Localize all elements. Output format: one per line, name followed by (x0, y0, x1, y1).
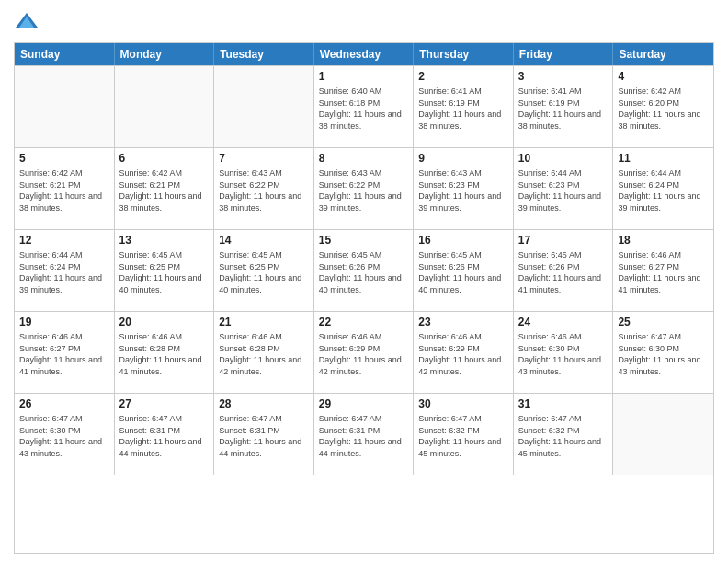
calendar-row-0: 1Sunrise: 6:40 AMSunset: 6:18 PMDaylight… (15, 65, 713, 147)
weekday-header-friday: Friday (514, 43, 614, 65)
day-number: 9 (418, 152, 508, 165)
calendar-cell: 1Sunrise: 6:40 AMSunset: 6:18 PMDaylight… (314, 66, 415, 147)
day-info: Sunrise: 6:43 AMSunset: 6:22 PMDaylight:… (319, 167, 409, 213)
calendar-cell: 27Sunrise: 6:47 AMSunset: 6:31 PMDayligh… (115, 394, 215, 475)
calendar-cell: 19Sunrise: 6:46 AMSunset: 6:27 PMDayligh… (15, 312, 115, 393)
calendar-cell: 3Sunrise: 6:41 AMSunset: 6:19 PMDaylight… (514, 66, 614, 147)
calendar-body: 1Sunrise: 6:40 AMSunset: 6:18 PMDaylight… (15, 65, 713, 475)
day-number: 6 (119, 152, 210, 165)
day-info: Sunrise: 6:47 AMSunset: 6:30 PMDaylight:… (19, 413, 109, 459)
calendar-cell: 25Sunrise: 6:47 AMSunset: 6:30 PMDayligh… (613, 312, 713, 393)
day-info: Sunrise: 6:46 AMSunset: 6:29 PMDaylight:… (319, 331, 409, 377)
day-info: Sunrise: 6:46 AMSunset: 6:30 PMDaylight:… (518, 331, 609, 377)
weekday-header-sunday: Sunday (15, 43, 115, 65)
calendar-cell: 14Sunrise: 6:45 AMSunset: 6:25 PMDayligh… (214, 230, 314, 311)
calendar-cell: 21Sunrise: 6:46 AMSunset: 6:28 PMDayligh… (214, 312, 314, 393)
calendar-row-4: 26Sunrise: 6:47 AMSunset: 6:30 PMDayligh… (15, 393, 713, 475)
calendar-cell: 18Sunrise: 6:46 AMSunset: 6:27 PMDayligh… (613, 230, 713, 311)
day-info: Sunrise: 6:42 AMSunset: 6:20 PMDaylight:… (618, 86, 709, 132)
calendar-cell: 15Sunrise: 6:45 AMSunset: 6:26 PMDayligh… (314, 230, 415, 311)
day-info: Sunrise: 6:46 AMSunset: 6:27 PMDaylight:… (19, 331, 109, 377)
calendar-row-2: 12Sunrise: 6:44 AMSunset: 6:24 PMDayligh… (15, 229, 713, 311)
weekday-header-tuesday: Tuesday (214, 43, 314, 65)
calendar: SundayMondayTuesdayWednesdayThursdayFrid… (14, 42, 714, 554)
day-number: 22 (319, 316, 409, 328)
calendar-row-3: 19Sunrise: 6:46 AMSunset: 6:27 PMDayligh… (15, 311, 713, 393)
day-number: 2 (418, 70, 508, 83)
calendar-cell: 31Sunrise: 6:47 AMSunset: 6:32 PMDayligh… (514, 394, 614, 475)
day-info: Sunrise: 6:45 AMSunset: 6:25 PMDaylight:… (119, 249, 210, 295)
calendar-cell: 17Sunrise: 6:45 AMSunset: 6:26 PMDayligh… (514, 230, 614, 311)
calendar-cell: 26Sunrise: 6:47 AMSunset: 6:30 PMDayligh… (15, 394, 115, 475)
day-info: Sunrise: 6:47 AMSunset: 6:31 PMDaylight:… (219, 413, 309, 459)
day-number: 19 (19, 316, 109, 328)
weekday-header-thursday: Thursday (414, 43, 514, 65)
calendar-cell (214, 66, 314, 147)
day-info: Sunrise: 6:41 AMSunset: 6:19 PMDaylight:… (418, 86, 508, 132)
calendar-cell: 16Sunrise: 6:45 AMSunset: 6:26 PMDayligh… (414, 230, 514, 311)
day-info: Sunrise: 6:47 AMSunset: 6:32 PMDaylight:… (518, 413, 609, 459)
day-info: Sunrise: 6:46 AMSunset: 6:29 PMDaylight:… (418, 331, 508, 377)
day-number: 10 (518, 152, 609, 165)
calendar-cell: 23Sunrise: 6:46 AMSunset: 6:29 PMDayligh… (414, 312, 514, 393)
calendar-cell: 4Sunrise: 6:42 AMSunset: 6:20 PMDaylight… (613, 66, 713, 147)
calendar-cell: 30Sunrise: 6:47 AMSunset: 6:32 PMDayligh… (414, 394, 514, 475)
calendar-cell: 13Sunrise: 6:45 AMSunset: 6:25 PMDayligh… (115, 230, 215, 311)
day-info: Sunrise: 6:44 AMSunset: 6:24 PMDaylight:… (618, 167, 709, 213)
calendar-row-1: 5Sunrise: 6:42 AMSunset: 6:21 PMDaylight… (15, 147, 713, 229)
day-number: 16 (418, 234, 508, 247)
day-info: Sunrise: 6:46 AMSunset: 6:27 PMDaylight:… (618, 249, 709, 295)
day-info: Sunrise: 6:45 AMSunset: 6:26 PMDaylight:… (418, 249, 508, 295)
calendar-cell: 7Sunrise: 6:43 AMSunset: 6:22 PMDaylight… (214, 148, 314, 229)
day-info: Sunrise: 6:45 AMSunset: 6:25 PMDaylight:… (219, 249, 309, 295)
day-info: Sunrise: 6:42 AMSunset: 6:21 PMDaylight:… (119, 167, 210, 213)
weekday-header-saturday: Saturday (613, 43, 713, 65)
day-info: Sunrise: 6:44 AMSunset: 6:23 PMDaylight:… (518, 167, 609, 213)
calendar-cell: 6Sunrise: 6:42 AMSunset: 6:21 PMDaylight… (115, 148, 215, 229)
day-number: 8 (319, 152, 409, 165)
calendar-cell: 8Sunrise: 6:43 AMSunset: 6:22 PMDaylight… (314, 148, 415, 229)
calendar-cell: 10Sunrise: 6:44 AMSunset: 6:23 PMDayligh… (514, 148, 614, 229)
calendar-cell: 22Sunrise: 6:46 AMSunset: 6:29 PMDayligh… (314, 312, 415, 393)
day-info: Sunrise: 6:42 AMSunset: 6:21 PMDaylight:… (19, 167, 109, 213)
calendar-cell: 12Sunrise: 6:44 AMSunset: 6:24 PMDayligh… (15, 230, 115, 311)
day-info: Sunrise: 6:45 AMSunset: 6:26 PMDaylight:… (518, 249, 609, 295)
day-number: 13 (119, 234, 210, 247)
day-info: Sunrise: 6:46 AMSunset: 6:28 PMDaylight:… (119, 331, 210, 377)
header (14, 9, 714, 35)
day-number: 17 (518, 234, 609, 247)
day-number: 5 (19, 152, 109, 165)
page: SundayMondayTuesdayWednesdayThursdayFrid… (0, 0, 728, 563)
calendar-cell: 29Sunrise: 6:47 AMSunset: 6:31 PMDayligh… (314, 394, 415, 475)
day-number: 29 (319, 397, 409, 410)
day-info: Sunrise: 6:45 AMSunset: 6:26 PMDaylight:… (319, 249, 409, 295)
day-number: 4 (618, 70, 709, 83)
day-number: 3 (518, 70, 609, 83)
day-info: Sunrise: 6:40 AMSunset: 6:18 PMDaylight:… (319, 86, 409, 132)
calendar-cell: 28Sunrise: 6:47 AMSunset: 6:31 PMDayligh… (214, 394, 314, 475)
calendar-cell (15, 66, 115, 147)
day-info: Sunrise: 6:43 AMSunset: 6:22 PMDaylight:… (219, 167, 309, 213)
day-number: 31 (518, 397, 609, 410)
day-number: 25 (618, 316, 709, 328)
day-number: 24 (518, 316, 609, 328)
calendar-cell: 9Sunrise: 6:43 AMSunset: 6:23 PMDaylight… (414, 148, 514, 229)
calendar-cell: 5Sunrise: 6:42 AMSunset: 6:21 PMDaylight… (15, 148, 115, 229)
day-number: 20 (119, 316, 210, 328)
day-number: 26 (19, 397, 109, 410)
calendar-cell: 20Sunrise: 6:46 AMSunset: 6:28 PMDayligh… (115, 312, 215, 393)
day-number: 14 (219, 234, 309, 247)
logo-icon (14, 9, 40, 35)
day-info: Sunrise: 6:41 AMSunset: 6:19 PMDaylight:… (518, 86, 609, 132)
day-info: Sunrise: 6:47 AMSunset: 6:30 PMDaylight:… (618, 331, 709, 377)
calendar-header: SundayMondayTuesdayWednesdayThursdayFrid… (15, 43, 713, 65)
calendar-cell (613, 394, 713, 475)
calendar-cell: 24Sunrise: 6:46 AMSunset: 6:30 PMDayligh… (514, 312, 614, 393)
day-info: Sunrise: 6:43 AMSunset: 6:23 PMDaylight:… (418, 167, 508, 213)
day-number: 28 (219, 397, 309, 410)
day-number: 27 (119, 397, 210, 410)
calendar-cell: 11Sunrise: 6:44 AMSunset: 6:24 PMDayligh… (613, 148, 713, 229)
day-info: Sunrise: 6:46 AMSunset: 6:28 PMDaylight:… (219, 331, 309, 377)
day-number: 12 (19, 234, 109, 247)
day-number: 23 (418, 316, 508, 328)
